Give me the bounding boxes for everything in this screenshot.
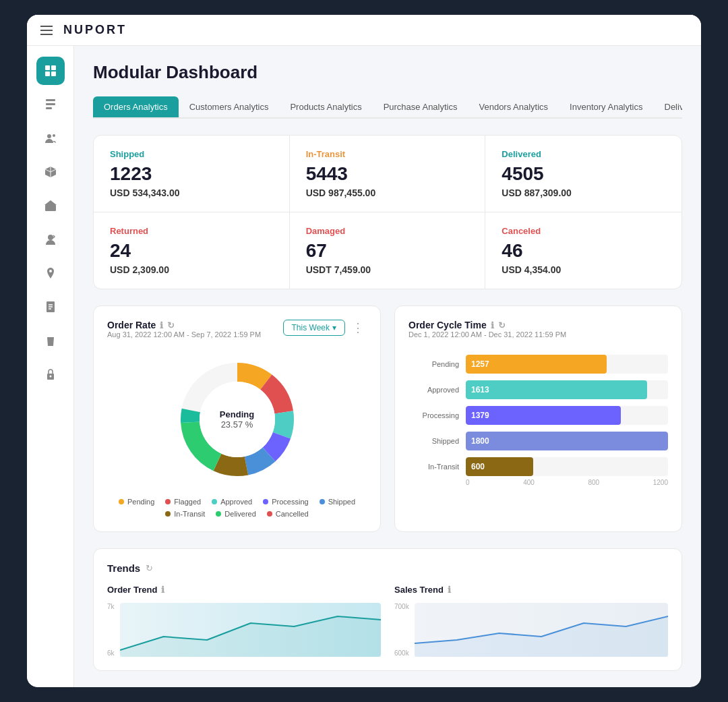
- tab-delivery[interactable]: Delivery Pa...: [654, 96, 683, 119]
- stat-card-canceled: Canceled 46 USD 4,354.00: [485, 212, 681, 289]
- trends-section: Trends ↻ Order Trend ℹ 7k 6k: [93, 548, 682, 671]
- stat-label-canceled: Canceled: [502, 226, 665, 236]
- order-rate-legend: Pending Flagged Approved Processing Ship…: [107, 498, 367, 518]
- stat-currency-canceled: USD 4,354.00: [502, 264, 665, 275]
- order-trend-y-axis: 7k 6k: [107, 603, 115, 657]
- svg-rect-6: [46, 107, 52, 109]
- trends-title: Trends: [107, 562, 140, 574]
- order-cycle-title: Order Cycle Time: [408, 320, 487, 330]
- bar-row-intransit: In-Transit 600: [408, 457, 668, 476]
- stat-currency-shipped: USD 534,343.00: [110, 187, 273, 198]
- stat-card-delivered: Delivered 4505 USD 887,309.00: [485, 136, 681, 212]
- tab-inventory[interactable]: Inventory Analytics: [559, 96, 653, 119]
- order-rate-info-icon[interactable]: ℹ: [160, 320, 163, 330]
- order-trend-info-icon[interactable]: ℹ: [161, 585, 164, 595]
- stat-value-canceled: 46: [502, 240, 665, 262]
- order-rate-refresh-icon[interactable]: ↻: [167, 320, 175, 330]
- stat-card-intransit: In-Transit 5443 USD 987,455.00: [290, 136, 486, 212]
- sales-trend-y-axis: 700k 600k: [394, 603, 409, 657]
- bar-row-approved: Approved 1613: [408, 380, 668, 399]
- chevron-down-icon: ▾: [332, 323, 336, 332]
- sidebar-icon-locations[interactable]: [36, 259, 65, 287]
- svg-rect-3: [51, 71, 56, 76]
- topbar: NUPORT: [27, 15, 701, 46]
- stat-card-returned: Returned 24 USD 2,309.00: [94, 212, 290, 289]
- sidebar-icon-trash[interactable]: [36, 326, 65, 355]
- tab-vendors[interactable]: Vendors Analytics: [468, 96, 559, 119]
- stat-value-delivered: 4505: [502, 163, 665, 185]
- svg-rect-2: [45, 71, 50, 76]
- order-trend-title: Order Trend: [107, 585, 157, 595]
- sidebar-icon-team[interactable]: [36, 124, 65, 152]
- stat-value-shipped: 1223: [110, 163, 273, 185]
- charts-row: Order Rate ℹ ↻ Aug 31, 2022 12:00 AM - S…: [93, 305, 682, 532]
- page-title: Modular Dashboard: [93, 62, 682, 83]
- sidebar-icon-dashboard[interactable]: [36, 57, 65, 85]
- order-cycle-bar-chart: Pending 1257 Approved 1613: [408, 355, 668, 476]
- stat-card-shipped: Shipped 1223 USD 534,343.00: [94, 136, 290, 212]
- stat-value-damaged: 67: [306, 240, 469, 262]
- order-rate-subtitle: Aug 31, 2022 12:00 AM - Sep 7, 2022 1:59…: [107, 330, 261, 339]
- svg-rect-0: [45, 65, 50, 70]
- sales-trend-card: Sales Trend ℹ 700k 600k: [394, 585, 668, 657]
- sidebar-icon-products[interactable]: [36, 158, 65, 186]
- order-rate-menu-button[interactable]: ⋮: [349, 320, 367, 335]
- order-cycle-info-icon[interactable]: ℹ: [491, 320, 494, 330]
- stat-currency-returned: USD 2,309.00: [110, 264, 273, 275]
- stat-label-intransit: In-Transit: [306, 149, 469, 159]
- donut-center-label: Pending: [220, 409, 254, 419]
- order-cycle-refresh-icon[interactable]: ↻: [498, 320, 506, 330]
- stat-currency-delivered: USD 887,309.00: [502, 187, 665, 198]
- bar-row-processing: Processing 1379: [408, 406, 668, 425]
- stat-card-damaged: Damaged 67 USDT 7,459.00: [290, 212, 486, 289]
- order-rate-donut-chart: Pending 23.57 %: [107, 352, 367, 487]
- svg-point-7: [47, 134, 51, 138]
- order-rate-card: Order Rate ℹ ↻ Aug 31, 2022 12:00 AM - S…: [93, 305, 381, 532]
- logo: NUPORT: [63, 23, 127, 37]
- stat-value-intransit: 5443: [306, 163, 469, 185]
- order-cycle-subtitle: Dec 1, 2022 12:00 AM - Dec 31, 2022 11:5…: [408, 330, 566, 339]
- svg-rect-1: [51, 65, 56, 70]
- sales-trend-title: Sales Trend: [394, 585, 444, 595]
- sidebar-icon-security[interactable]: [36, 360, 65, 388]
- order-trend-card: Order Trend ℹ 7k 6k: [107, 585, 381, 657]
- svg-point-11: [48, 235, 53, 240]
- stat-currency-damaged: USDT 7,459.00: [306, 264, 469, 275]
- sidebar-icon-reports[interactable]: [36, 293, 65, 321]
- sidebar-icon-customers[interactable]: [36, 225, 65, 254]
- hamburger-menu[interactable]: [40, 26, 53, 35]
- stat-currency-intransit: USD 987,455.00: [306, 187, 469, 198]
- svg-point-18: [49, 376, 51, 378]
- stat-label-shipped: Shipped: [110, 149, 273, 159]
- svg-rect-5: [46, 103, 55, 105]
- stat-value-returned: 24: [110, 240, 273, 262]
- stat-cards-grid: Shipped 1223 USD 534,343.00 In-Transit 5…: [93, 135, 682, 289]
- bar-axis: 0 400 800 1200: [408, 479, 668, 486]
- svg-marker-30: [415, 616, 668, 657]
- tab-orders[interactable]: Orders Analytics: [93, 96, 179, 119]
- svg-rect-10: [49, 208, 53, 211]
- order-cycle-card: Order Cycle Time ℹ ↻ Dec 1, 2022 12:00 A…: [394, 305, 682, 532]
- svg-rect-4: [46, 99, 55, 101]
- sales-trend-info-icon[interactable]: ℹ: [448, 585, 451, 595]
- trends-refresh-icon[interactable]: ↻: [146, 563, 153, 573]
- sidebar-icon-warehouse[interactable]: [36, 192, 65, 220]
- bar-row-shipped: Shipped 1800: [408, 432, 668, 450]
- order-rate-period-dropdown[interactable]: This Week ▾: [283, 320, 345, 336]
- stat-label-damaged: Damaged: [306, 226, 469, 236]
- sidebar-icon-orders[interactable]: [36, 90, 65, 119]
- tab-bar: Orders Analytics Customers Analytics Pro…: [93, 96, 682, 119]
- svg-point-12: [49, 270, 52, 272]
- tab-purchase[interactable]: Purchase Analytics: [373, 96, 468, 119]
- svg-point-8: [53, 134, 55, 137]
- stat-label-returned: Returned: [110, 226, 273, 236]
- sidebar: [27, 46, 74, 687]
- tab-customers[interactable]: Customers Analytics: [179, 96, 280, 119]
- stat-label-delivered: Delivered: [502, 149, 665, 159]
- bar-row-pending: Pending 1257: [408, 355, 668, 374]
- main-content: Modular Dashboard Orders Analytics Custo…: [74, 46, 701, 687]
- donut-center-value: 23.57 %: [220, 419, 254, 430]
- tab-products[interactable]: Products Analytics: [279, 96, 372, 119]
- order-rate-title: Order Rate: [107, 320, 156, 330]
